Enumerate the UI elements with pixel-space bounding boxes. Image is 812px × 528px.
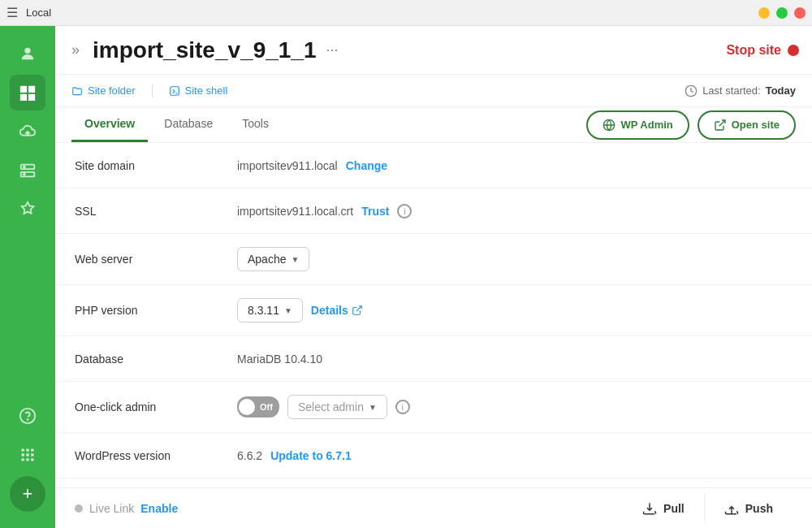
- ssl-value: importsitev911.local.crt Trust i: [237, 204, 412, 219]
- trust-link[interactable]: Trust: [361, 205, 389, 218]
- tabs-bar: Overview Database Tools WP Admin Open si…: [55, 107, 812, 143]
- sidebar: +: [0, 26, 55, 528]
- external-link-icon: [714, 119, 727, 132]
- sidebar-item-server[interactable]: [10, 153, 45, 188]
- svg-rect-14: [22, 453, 24, 456]
- stop-site-indicator: [788, 45, 799, 56]
- details-label: Details: [311, 304, 348, 317]
- ssl-label: SSL: [75, 205, 237, 218]
- clock-icon: [685, 84, 698, 97]
- tab-actions: WP Admin Open site: [586, 110, 796, 140]
- wordpress-icon: [603, 119, 615, 132]
- push-icon: [724, 501, 739, 516]
- pull-icon: [642, 501, 657, 516]
- close-button[interactable]: [794, 7, 806, 19]
- last-started-label: Last started:: [702, 84, 761, 97]
- php-row: PHP version 8.3.11 ▼ Details: [55, 285, 812, 336]
- pull-button[interactable]: Pull: [623, 493, 704, 524]
- overview-panel: Site domain importsitev911.local Change …: [55, 143, 812, 487]
- maximize-button[interactable]: [776, 7, 788, 19]
- tab-database[interactable]: Database: [151, 107, 226, 142]
- open-site-button[interactable]: Open site: [698, 110, 796, 140]
- wp-admin-button[interactable]: WP Admin: [586, 110, 689, 140]
- site-folder-link[interactable]: Site folder: [71, 84, 136, 97]
- php-details-link[interactable]: Details: [311, 304, 363, 317]
- db-text: MariaDB 10.4.10: [237, 353, 322, 366]
- svg-rect-13: [31, 449, 33, 452]
- sidebar-item-help[interactable]: [10, 398, 45, 434]
- tabs: Overview Database Tools: [71, 107, 282, 142]
- php-version-dropdown[interactable]: 8.3.11 ▼: [237, 298, 303, 322]
- change-domain-link[interactable]: Change: [346, 159, 387, 172]
- toggle-knob: [239, 399, 255, 415]
- database-row: Database MariaDB 10.4.10: [55, 336, 812, 382]
- sidebar-item-sites[interactable]: [10, 75, 45, 110]
- live-link-dot: [75, 504, 83, 513]
- svg-rect-18: [26, 458, 28, 461]
- live-link-enable[interactable]: Enable: [140, 502, 178, 515]
- minimize-button[interactable]: [758, 7, 770, 19]
- svg-rect-12: [26, 449, 28, 452]
- webserver-value-text: Apache: [248, 253, 286, 266]
- database-label: Database: [75, 353, 237, 366]
- bottom-actions: Pull Push: [623, 493, 793, 524]
- toggle-off-label: Off: [260, 402, 273, 412]
- svg-rect-2: [28, 86, 35, 93]
- svg-rect-16: [31, 453, 33, 456]
- select-admin-text: Select admin: [298, 400, 364, 413]
- site-folder-label: Site folder: [88, 84, 136, 97]
- multisite-row: Multisite No: [55, 478, 812, 487]
- sidebar-item-user[interactable]: [10, 36, 45, 71]
- webserver-dropdown[interactable]: Apache ▼: [237, 247, 309, 271]
- site-domain-row: Site domain importsitev911.local Change: [55, 143, 812, 188]
- webserver-label: Web server: [75, 253, 237, 266]
- terminal-icon: [169, 85, 180, 97]
- sidebar-item-grid[interactable]: [10, 437, 45, 473]
- folder-icon: [71, 85, 83, 97]
- svg-point-7: [24, 167, 25, 168]
- svg-rect-4: [28, 94, 35, 101]
- one-click-toggle[interactable]: Off: [237, 396, 279, 418]
- svg-point-8: [24, 174, 25, 175]
- one-click-admin-value: Off Select admin ▼ i: [237, 395, 410, 419]
- topbar: » import_site_v_9_1_1 ··· Stop site: [55, 26, 812, 75]
- menu-icon[interactable]: ☰: [6, 5, 18, 20]
- svg-line-25: [356, 306, 361, 311]
- webserver-value: Apache ▼: [237, 247, 309, 271]
- wp-update-link[interactable]: Update to 6.7.1: [270, 449, 352, 462]
- wp-version-value: 6.6.2 Update to 6.7.1: [237, 449, 352, 462]
- one-click-admin-label: One-click admin: [75, 400, 237, 413]
- sidebar-item-cloud[interactable]: [10, 114, 45, 149]
- svg-point-0: [24, 48, 30, 54]
- expand-button[interactable]: »: [71, 41, 80, 58]
- tab-overview[interactable]: Overview: [71, 107, 148, 142]
- svg-rect-1: [20, 86, 27, 93]
- add-site-button[interactable]: +: [10, 476, 45, 512]
- site-domain-value: importsitev911.local Change: [237, 159, 387, 172]
- push-button[interactable]: Push: [704, 493, 793, 524]
- last-started-value: Today: [766, 84, 796, 97]
- wp-admin-label: WP Admin: [620, 119, 672, 131]
- tab-tools[interactable]: Tools: [229, 107, 282, 142]
- svg-line-24: [719, 120, 724, 126]
- panel-inner: Site domain importsitev911.local Change …: [55, 143, 812, 487]
- ssl-text: importsitev911.local.crt: [237, 205, 353, 218]
- webserver-arrow: ▼: [291, 255, 299, 264]
- pull-label: Pull: [663, 502, 685, 515]
- site-shell-link[interactable]: Site shell: [169, 84, 228, 97]
- push-label: Push: [745, 502, 773, 515]
- wp-version-label: WordPress version: [75, 449, 237, 462]
- php-label: PHP version: [75, 304, 237, 317]
- ssl-row: SSL importsitev911.local.crt Trust i: [55, 188, 812, 234]
- sidebar-item-extensions[interactable]: [10, 192, 45, 227]
- site-menu-button[interactable]: ···: [326, 41, 339, 58]
- wp-version-row: WordPress version 6.6.2 Update to 6.7.1: [55, 433, 812, 478]
- svg-rect-15: [26, 453, 28, 456]
- stop-site-button[interactable]: Stop site: [726, 43, 799, 58]
- one-click-admin-row: One-click admin Off Select admin ▼ i: [55, 382, 812, 433]
- select-admin-dropdown[interactable]: Select admin ▼: [287, 395, 387, 419]
- one-click-info-icon[interactable]: i: [395, 400, 410, 414]
- divider: [152, 84, 153, 97]
- ssl-info-icon[interactable]: i: [397, 204, 412, 219]
- main-content: » import_site_v_9_1_1 ··· Stop site Site…: [55, 26, 812, 528]
